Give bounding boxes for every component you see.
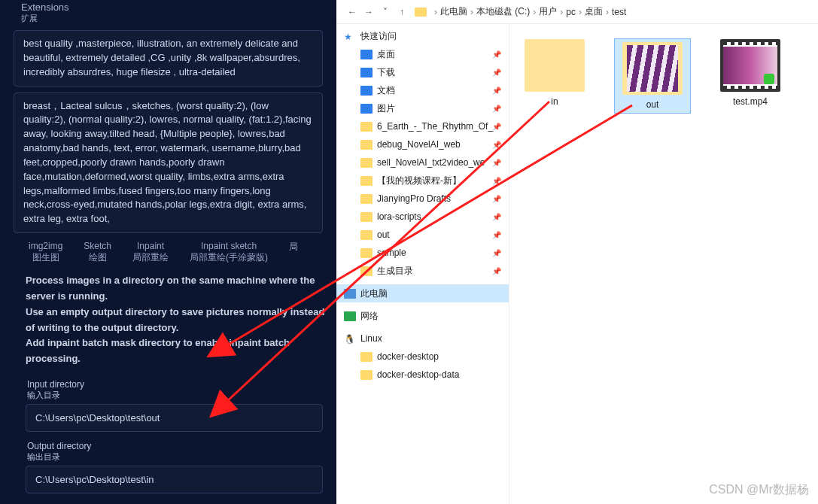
tree-folder[interactable]: docker-desktop [336,348,509,366]
tree-this-pc[interactable]: 此电脑 [336,284,509,302]
tab-more[interactable]: 局 [278,241,309,264]
tab-sketch[interactable]: Sketch绘图 [73,241,122,264]
folder-in[interactable]: in [517,39,592,107]
extensions-header: Extensions 扩展 [0,0,336,24]
tree-folder[interactable]: out📌 [336,226,509,244]
tree-folder[interactable]: 生成目录📌 [336,262,509,280]
tree-desktop[interactable]: 桌面📌 [336,45,509,63]
file-explorer: ← → ˅ ↑ ›此电脑 ›本地磁盘 (C:) ›用户 ›pc ›桌面 ›tes… [336,0,818,504]
up-button[interactable]: ↑ [394,7,410,17]
file-video[interactable]: test.mp4 [713,39,788,107]
tree-folder[interactable]: docker-desktop-data [336,366,509,384]
mask-dir-label: Inpaint batch mask directory (required f… [0,499,336,504]
output-dir-label: Output directory输出目录 [0,438,336,463]
breadcrumb[interactable]: ›此电脑 ›本地磁盘 (C:) ›用户 ›pc ›桌面 ›test [415,5,626,18]
output-dir-field[interactable]: C:\Users\pc\Desktop\test\in [26,466,323,493]
extensions-label-en: Extensions [21,2,69,13]
file-pane[interactable]: in out test.mp4 [509,24,818,504]
watermark: CSDN @Mr数据杨 [709,482,809,498]
back-button[interactable]: ← [344,7,360,17]
tree-documents[interactable]: 文档📌 [336,81,509,99]
input-dir-field[interactable]: C:\Users\pc\Desktop\test\out [26,404,323,432]
tree-folder[interactable]: JianyingPro Drafts📌 [336,190,509,208]
tab-inpaint-sketch[interactable]: Inpaint sketch局部重绘(手涂蒙版) [179,241,278,264]
pin-icon: 📌 [492,50,501,59]
nav-tree: ★快速访问 桌面📌 下载📌 文档📌 图片📌 6_Earth_-_The_Rhyt… [336,24,509,504]
tab-img2img[interactable]: img2img图生图 [18,241,73,264]
folder-icon [415,8,427,17]
batch-help-text: Process images in a directory on the sam… [0,267,336,376]
tree-folder[interactable]: lora-scripts📌 [336,208,509,226]
sd-webui-panel: Extensions 扩展 best quality ,masterpiece,… [0,0,336,504]
forward-button[interactable]: → [360,7,377,17]
input-dir-label: Input directory输入目录 [0,376,336,401]
tree-downloads[interactable]: 下载📌 [336,63,509,81]
tree-folder[interactable]: sample📌 [336,244,509,262]
tab-inpaint[interactable]: Inpaint局部重绘 [122,241,179,264]
address-bar: ← → ˅ ↑ ›此电脑 ›本地磁盘 (C:) ›用户 ›pc ›桌面 ›tes… [336,0,818,24]
tree-folder[interactable]: 【我的视频课程-新】📌 [336,172,509,190]
mode-tabs: img2img图生图 Sketch绘图 Inpaint局部重绘 Inpaint … [18,241,336,264]
tree-linux[interactable]: 🐧Linux [336,329,509,348]
tree-pictures[interactable]: 图片📌 [336,99,509,117]
tree-folder[interactable]: sell_NovelAI_txt2video_we📌 [336,153,509,172]
extensions-label-cn: 扩展 [21,13,336,24]
tree-quick-access[interactable]: ★快速访问 [336,27,509,45]
folder-icon [525,39,585,92]
recent-button[interactable]: ˅ [377,7,394,17]
negative-prompt-textarea[interactable]: breast，Lacteal sulcus，sketches, (worst q… [14,93,323,234]
prompt-textarea[interactable]: best quality ,masterpiece, illustration,… [14,30,323,87]
tree-folder[interactable]: 6_Earth_-_The_Rhythm_Of_📌 [336,117,509,135]
folder-out[interactable]: out [615,39,690,113]
tree-folder[interactable]: debug_NovelAI_web📌 [336,135,509,153]
video-icon [720,39,780,92]
tree-network[interactable]: 网络 [336,307,509,325]
folder-icon [622,42,683,95]
